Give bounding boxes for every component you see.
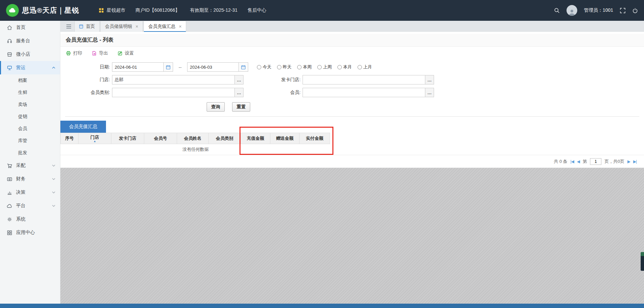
quick-range-group: 今天 昨天 本周 上周 本月 上月 (257, 64, 372, 70)
date-separator: -- (173, 65, 187, 70)
column-label: 序号 (65, 135, 74, 141)
sub-item-label: 会员 (18, 126, 27, 132)
calendar-icon[interactable] (238, 63, 248, 71)
quick-range-yesterday[interactable]: 昨天 (277, 64, 291, 70)
results-tab-recharge-summary[interactable]: 会员充值汇总 (60, 121, 106, 133)
cart-icon (7, 163, 12, 169)
quick-range-radio[interactable] (257, 65, 261, 69)
quick-range-radio[interactable] (317, 65, 322, 69)
last-page-icon[interactable]: ▶| (633, 159, 637, 164)
column-header-gift-amount[interactable]: 赠送金额 (270, 133, 300, 144)
quick-range-this-month[interactable]: 本月 (337, 64, 352, 70)
quick-range-last-month[interactable]: 上月 (358, 64, 372, 70)
top-menu: 星锐超市 商户ID【60812066】 有效期至：2025-12-31 售后中心 (99, 7, 266, 13)
close-icon[interactable]: × (136, 24, 138, 29)
sidebar-subitem-wholesale[interactable]: 批发 (0, 147, 60, 159)
fullscreen-icon[interactable] (620, 8, 626, 13)
toolbar: 打印 导出 设置 (60, 47, 644, 60)
aftersales-link[interactable]: 售后中心 (248, 7, 266, 13)
first-page-icon[interactable]: |◀ (571, 159, 574, 164)
sidebar-item-system[interactable]: 系统 (0, 212, 60, 226)
date-label: 日期: (66, 64, 112, 70)
tab-label: 会员储值明细 (105, 23, 132, 29)
quick-range-radio[interactable] (277, 65, 281, 69)
next-page-icon[interactable]: ▶ (627, 159, 630, 164)
close-icon[interactable]: × (179, 24, 181, 29)
column-label: 实付金额 (306, 135, 323, 141)
table-header: 序号 门店 ▲ 发卡门店 会员号 会员姓名 会员类别 充值金额 赠送金额 实付金… (60, 133, 644, 144)
member-lookup-button[interactable]: … (425, 88, 434, 97)
divider (65, 116, 639, 117)
card-store-lookup-button[interactable]: … (425, 75, 434, 84)
page-number-input[interactable] (590, 158, 601, 165)
column-header-member-no[interactable]: 会员号 (144, 133, 177, 144)
column-header-member-name[interactable]: 会员姓名 (177, 133, 209, 144)
search-icon[interactable] (554, 7, 560, 13)
quick-range-radio[interactable] (358, 65, 362, 69)
tab-member-stored-value-detail[interactable]: 会员储值明细 × (100, 21, 143, 32)
column-header-store[interactable]: 门店 ▲ (78, 133, 111, 144)
member-type-lookup-button[interactable]: … (234, 88, 244, 97)
quick-range-last-week[interactable]: 上周 (317, 64, 332, 70)
column-header-recharge-amount[interactable]: 充值金额 (240, 133, 270, 144)
sidebar-item-micro-store[interactable]: 微小店 (0, 48, 60, 61)
tab-label: 首页 (86, 23, 95, 29)
sidebar-subitem-fresh[interactable]: 生鲜 (0, 86, 60, 99)
settings-button[interactable]: 设置 (117, 50, 134, 56)
sidebar-item-procurement[interactable]: 采配 (0, 159, 60, 172)
sort-asc-icon: ▲ (94, 140, 96, 142)
card-store-input[interactable] (303, 75, 425, 84)
chart-icon (7, 190, 12, 195)
column-label: 赠送金额 (276, 135, 293, 141)
filter-row-date: 日期: -- 今天 昨天 本周 上周 本月 上月 (66, 61, 639, 73)
column-header-card-store[interactable]: 发卡门店 (111, 133, 144, 144)
store-lookup-button[interactable]: … (234, 75, 244, 84)
quick-range-today[interactable]: 今天 (257, 64, 271, 70)
date-from-input[interactable] (112, 63, 163, 71)
menu-toggle-icon[interactable] (63, 21, 74, 32)
store-field: … (112, 75, 244, 84)
radio-label: 上月 (363, 64, 372, 70)
quick-range-this-week[interactable]: 本周 (297, 64, 312, 70)
tab-home[interactable]: 首页 (74, 21, 100, 32)
calendar-icon[interactable] (163, 63, 173, 71)
avatar[interactable] (567, 5, 577, 16)
sidebar-item-platform[interactable]: 平台 (0, 199, 60, 212)
prev-page-icon[interactable]: ◀ (577, 159, 580, 164)
reset-button[interactable]: 重置 (232, 102, 250, 112)
store-menu-item[interactable]: 星锐超市 (99, 7, 125, 13)
store-label: 门店: (66, 77, 112, 83)
radio-label: 本月 (343, 64, 352, 70)
chevron-down-icon (52, 165, 55, 167)
sidebar-item-operations[interactable]: 营运 (0, 61, 60, 74)
sidebar-subitem-member[interactable]: 会员 (0, 123, 60, 135)
main-area: 首页 会员储值明细 × 会员充值汇总 × 会员充值汇总 - 列表 打印 导出 设… (60, 21, 644, 304)
print-button[interactable]: 打印 (66, 50, 82, 56)
sidebar-subitem-promotion[interactable]: 促销 (0, 111, 60, 123)
top-right-group: 管理员：1001 (554, 5, 638, 16)
date-to-input[interactable] (187, 63, 238, 71)
power-icon[interactable] (632, 8, 638, 13)
member-input[interactable] (303, 88, 425, 97)
sidebar-subitem-inventory[interactable]: 库管 (0, 135, 60, 147)
query-button[interactable]: 查询 (207, 102, 225, 112)
sidebar-subitem-salesfloor[interactable]: 卖场 (0, 99, 60, 111)
sidebar-item-label: 采配 (16, 163, 25, 169)
member-type-input[interactable] (112, 88, 234, 97)
column-header-seq[interactable]: 序号 (60, 133, 78, 144)
admin-label: 管理员：1001 (584, 7, 613, 13)
sidebar-item-service-desk[interactable]: 服务台 (0, 34, 60, 48)
store-input[interactable] (112, 75, 234, 84)
sidebar-item-home[interactable]: 首页 (0, 21, 60, 34)
export-button[interactable]: 导出 (92, 50, 108, 56)
sidebar-item-decision[interactable]: 决策 (0, 186, 60, 199)
quick-range-radio[interactable] (297, 65, 302, 69)
quick-range-radio[interactable] (337, 65, 342, 69)
sidebar-item-app-center[interactable]: 应用中心 (0, 226, 60, 239)
sidebar-item-finance[interactable]: 财务 (0, 172, 60, 186)
column-header-member-type[interactable]: 会员类别 (208, 133, 241, 144)
sidebar-subitem-archives[interactable]: 档案 (0, 74, 60, 86)
column-header-paid-amount[interactable]: 实付金额 (299, 133, 330, 144)
tab-member-recharge-summary[interactable]: 会员充值汇总 × (144, 21, 186, 32)
floating-side-widget[interactable] (641, 252, 644, 271)
